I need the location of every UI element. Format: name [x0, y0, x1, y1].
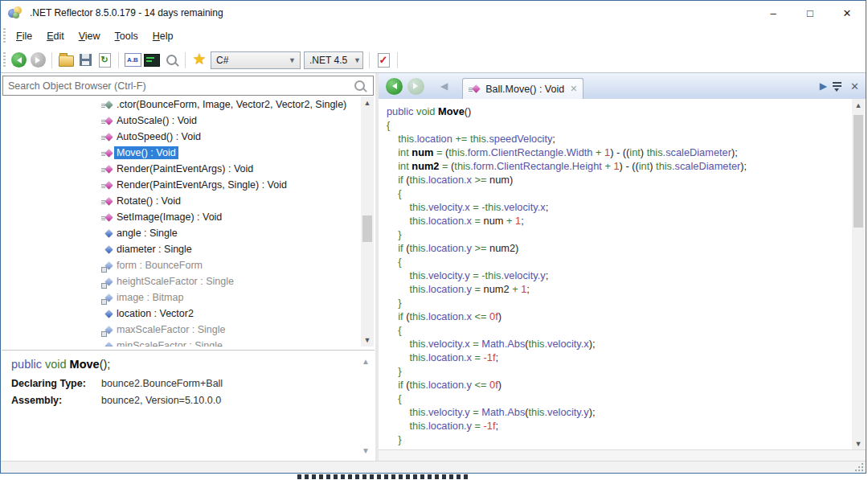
field-icon — [101, 308, 114, 320]
tree-item[interactable]: image : Bitmap — [2, 289, 375, 306]
back-button[interactable] — [9, 51, 28, 70]
code-line: int num2 = (this.form.ClientRectangle.He… — [387, 159, 866, 173]
scroll-down-icon[interactable]: ▼ — [362, 446, 370, 455]
menubar-grip[interactable] — [3, 28, 6, 44]
tree-item[interactable]: AutoScale() : Void — [2, 113, 375, 129]
framework-select[interactable]: .NET 4.5 ▼ — [304, 51, 363, 69]
minimize-button[interactable]: – — [755, 1, 792, 25]
tab-scroll-left-icon[interactable]: ◀ — [436, 80, 452, 92]
nav-forward-button[interactable] — [407, 78, 424, 95]
back-icon — [11, 52, 27, 68]
forward-button[interactable] — [28, 51, 47, 70]
tree-item[interactable]: minScaleFactor : Single — [2, 338, 375, 347]
tree-item[interactable]: Move() : Void — [2, 145, 375, 161]
tab-list-menu-icon[interactable] — [832, 81, 842, 91]
disassembler-icon — [144, 54, 160, 67]
assembly-value: bounce2, Version=5.10.0.0 — [101, 395, 221, 406]
code-line: int num = (this.form.ClientRectangle.Wid… — [387, 146, 866, 159]
scroll-up-icon[interactable]: ▲ — [852, 99, 865, 112]
menu-help[interactable]: Help — [145, 28, 181, 44]
code-line: this.velocity.x = Math.Abs(this.velocity… — [387, 337, 866, 351]
favorites-button[interactable]: ★ — [190, 51, 209, 70]
method-icon — [101, 147, 114, 159]
tree-item[interactable]: diameter : Single — [2, 241, 375, 257]
code-line: } — [387, 228, 866, 241]
tab-scroll-right-icon[interactable]: ▶ — [815, 80, 832, 92]
code-viewer[interactable]: public void Move(){ this.location += thi… — [379, 99, 866, 450]
title-bar: .NET Reflector 8.5.0.179 - 14 days remai… — [1, 1, 866, 25]
toolbar: ↻ A.B ★ C# ▼ .NET 4.5 ▼ ✓ — [1, 47, 866, 73]
tree-item[interactable]: Rotate() : Void — [2, 193, 375, 209]
refresh-assemblies-icon: ↻ — [99, 53, 111, 68]
resize-grip[interactable] — [855, 463, 863, 471]
tree-item[interactable]: Render(PaintEventArgs) : Void — [2, 161, 375, 177]
language-value: C# — [211, 55, 233, 66]
scroll-up-icon[interactable]: ▲ — [362, 357, 370, 366]
check-updates-button[interactable]: ✓ — [374, 51, 393, 70]
save-button[interactable] — [76, 51, 95, 70]
disassembler-button[interactable] — [142, 51, 162, 70]
tree-item[interactable]: SetImage(Image) : Void — [2, 209, 375, 225]
search-button[interactable] — [162, 51, 181, 70]
tree-item-label: location : Vector2 — [114, 307, 196, 320]
code-line: this.location.x = num + 1; — [387, 214, 866, 228]
menu-file[interactable]: File — [9, 28, 39, 44]
close-button[interactable]: ✕ — [829, 1, 866, 25]
assembly-label: Assembly: — [11, 395, 101, 406]
tree-item-label: image : Bitmap — [114, 291, 186, 304]
search-input[interactable]: Search Object Browser (Ctrl-F) — [2, 76, 374, 96]
tab-close-icon[interactable]: ✕ — [570, 84, 577, 94]
toolbar-separator — [369, 52, 370, 68]
app-window: .NET Reflector 8.5.0.179 - 14 days remai… — [0, 0, 866, 474]
chevron-down-icon: ▼ — [285, 56, 300, 64]
close-tab-group-icon[interactable]: ✕ — [850, 80, 859, 92]
toolbar-separator — [118, 52, 119, 68]
save-icon — [80, 54, 92, 66]
tree-item-label: Move() : Void — [114, 146, 178, 159]
decompiled-source[interactable]: public void Move(){ this.location += thi… — [379, 99, 866, 450]
tree-scrollbar-thumb[interactable] — [362, 215, 372, 242]
tree-item[interactable]: form : BounceForm — [2, 257, 375, 273]
open-button[interactable] — [56, 51, 76, 70]
code-line: this.location.x = -1f; — [387, 351, 866, 364]
tree-item[interactable]: maxScaleFactor : Single — [2, 322, 375, 338]
scroll-up-icon[interactable]: ▲ — [361, 96, 374, 109]
tab-ball-move[interactable]: Ball.Move() : Void ✕ — [462, 78, 583, 99]
toolbar-grip[interactable] — [3, 52, 6, 68]
forward-icon — [31, 52, 46, 68]
tree-item[interactable]: location : Vector2 — [2, 306, 375, 322]
code-line: { — [387, 323, 866, 337]
tree-item-label: form : BounceForm — [114, 259, 205, 272]
code-scrollbar[interactable]: ▲ ▼ — [852, 99, 865, 450]
method-icon — [469, 83, 481, 95]
code-panel-footer — [379, 449, 866, 462]
language-select[interactable]: C# ▼ — [211, 51, 301, 69]
ctor-icon — [101, 99, 114, 111]
maximize-button[interactable]: □ — [792, 1, 829, 25]
scroll-down-icon[interactable]: ▼ — [852, 437, 865, 450]
tree-item[interactable]: angle : Single — [2, 225, 375, 241]
scroll-down-icon[interactable]: ▼ — [361, 334, 374, 347]
tree-scrollbar[interactable]: ▲ ▼ — [361, 96, 374, 347]
nav-back-button[interactable] — [386, 78, 403, 95]
tree-item[interactable]: heightScaleFactor : Single — [2, 273, 375, 289]
rename-button[interactable]: A.B — [123, 51, 142, 70]
tree-item[interactable]: AutoSpeed() : Void — [2, 129, 375, 145]
menu-tools[interactable]: Tools — [108, 28, 145, 44]
code-line: } — [387, 364, 866, 378]
tree-item[interactable]: .ctor(BounceForm, Image, Vector2, Vector… — [2, 96, 375, 113]
object-tree[interactable]: .ctor(BounceForm, Image, Vector2, Vector… — [2, 96, 375, 347]
method-icon — [101, 211, 114, 224]
tree-item-label: Rotate() : Void — [114, 195, 183, 207]
member-details-panel: public void Move(); Declaring Type: boun… — [2, 350, 375, 462]
code-line: if (this.location.x >= num) — [387, 173, 866, 187]
menu-edit[interactable]: Edit — [39, 28, 72, 44]
toolbar-separator — [51, 52, 52, 68]
code-line: public void Move() — [387, 105, 866, 118]
declaring-type-label: Declaring Type: — [11, 378, 101, 389]
code-scrollbar-thumb[interactable] — [854, 115, 863, 228]
refresh-button[interactable]: ↻ — [95, 51, 114, 70]
field-icon — [101, 228, 114, 240]
tree-item[interactable]: Render(PaintEventArgs, Single) : Void — [2, 177, 375, 193]
menu-view[interactable]: View — [72, 28, 108, 44]
